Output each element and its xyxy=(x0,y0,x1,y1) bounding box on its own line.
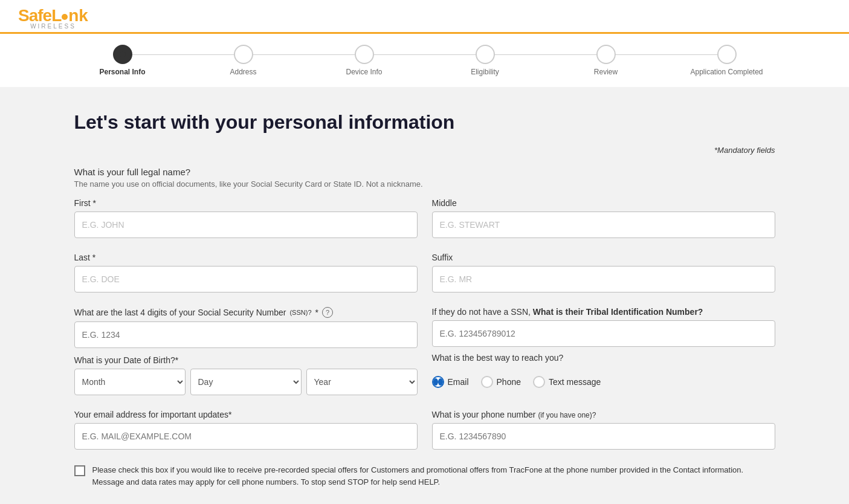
last-name-label: Last * xyxy=(74,253,418,262)
logo-text: SafeLnk WIRELESS xyxy=(18,6,88,30)
phone-group: What is your phone number (if you have o… xyxy=(432,410,775,450)
middle-name-label: Middle xyxy=(432,198,775,208)
suffix-input[interactable] xyxy=(432,266,775,292)
tribal-label: If they do not have a SSN, What is their… xyxy=(432,307,775,317)
name-question: What is your full legal name? xyxy=(74,167,775,177)
last-suffix-row: Last * Suffix xyxy=(74,253,775,292)
step-label-eligibility: Eligibility xyxy=(471,68,499,76)
progress-bar: Personal Info Address Device Info Eligib… xyxy=(0,34,849,87)
step-circle-personal xyxy=(113,45,132,64)
email-group: Your email address for important updates… xyxy=(74,410,418,450)
radio-email-label: Email xyxy=(448,377,469,387)
step-label-device: Device Info xyxy=(346,68,382,76)
phone-input[interactable] xyxy=(432,423,775,450)
dob-group: What is your Date of Birth?* Month Janua… xyxy=(74,355,418,395)
page-title: Let's start with your personal informati… xyxy=(74,111,775,134)
step-label-address: Address xyxy=(230,68,256,76)
radio-text-label: Text message xyxy=(549,377,601,387)
ssn-help-icon[interactable]: ? xyxy=(322,307,333,318)
email-phone-row: Your email address for important updates… xyxy=(74,410,775,450)
last-name-group: Last * xyxy=(74,253,418,292)
radio-text-circle xyxy=(533,376,545,388)
progress-step-completed[interactable]: Application Completed xyxy=(667,45,787,76)
radio-phone[interactable]: Phone xyxy=(481,376,521,388)
progress-step-personal[interactable]: Personal Info xyxy=(62,45,183,76)
step-label-review: Review xyxy=(594,68,618,76)
radio-phone-circle xyxy=(481,376,493,388)
step-circle-device xyxy=(355,45,374,64)
ssn-input[interactable] xyxy=(74,321,418,348)
last-name-input[interactable] xyxy=(74,266,418,292)
dob-year-select[interactable]: Year 202420232010 200019901980 197019601… xyxy=(306,369,418,395)
header: SafeLnk WIRELESS xyxy=(0,0,849,34)
consent-checkbox[interactable] xyxy=(74,465,85,476)
svg-point-0 xyxy=(120,51,126,57)
email-label: Your email address for important updates… xyxy=(74,410,418,419)
middle-name-input[interactable] xyxy=(432,212,775,238)
tribal-input[interactable] xyxy=(432,320,775,347)
phone-label: What is your phone number (if you have o… xyxy=(432,410,775,419)
suffix-label: Suffix xyxy=(432,253,775,262)
first-name-label: First * xyxy=(74,198,418,208)
logo-link: nk xyxy=(68,6,88,25)
step-label-personal: Personal Info xyxy=(99,68,145,76)
ssn-label: What are the last 4 digits of your Socia… xyxy=(74,307,418,318)
step-label-completed: Application Completed xyxy=(690,68,763,76)
radio-text[interactable]: Text message xyxy=(533,376,601,388)
first-name-group: First * xyxy=(74,198,418,238)
step-circle-review xyxy=(596,45,616,64)
dob-reach-row: What is your Date of Birth?* Month Janua… xyxy=(74,353,775,395)
phone-optional-note: (if you have one)? xyxy=(538,411,596,419)
dob-day-select[interactable]: Day 12345 678910 1112131415 1617181920 2… xyxy=(190,369,302,395)
mandatory-note: *Mandatory fields xyxy=(74,146,775,155)
tribal-group: If they do not have a SSN, What is their… xyxy=(432,307,775,348)
progress-step-device[interactable]: Device Info xyxy=(304,45,425,76)
radio-email[interactable]: Email xyxy=(432,376,469,388)
consent-text: Please check this box if you would like … xyxy=(92,464,775,488)
dob-month-select[interactable]: Month JanuaryFebruaryMarch AprilMayJune … xyxy=(74,369,186,395)
consent-row: Please check this box if you would like … xyxy=(74,464,775,488)
first-middle-row: First * Middle xyxy=(74,198,775,238)
step-circle-completed xyxy=(717,45,737,64)
suffix-group: Suffix xyxy=(432,253,775,292)
radio-options: Email Phone Text message xyxy=(432,369,775,395)
dob-selects: Month JanuaryFebruaryMarch AprilMayJune … xyxy=(74,369,418,395)
dob-label: What is your Date of Birth?* xyxy=(74,355,418,365)
ssn-group: What are the last 4 digits of your Socia… xyxy=(74,307,418,348)
name-sublabel: The name you use on official documents, … xyxy=(74,179,775,189)
progress-step-address[interactable]: Address xyxy=(183,45,304,76)
reach-label: What is the best way to reach you? xyxy=(432,353,775,363)
reach-group: What is the best way to reach you? Email… xyxy=(432,353,775,395)
logo-safe: SafeL xyxy=(18,6,61,25)
radio-email-circle xyxy=(432,376,444,388)
radio-phone-label: Phone xyxy=(497,377,521,387)
middle-name-group: Middle xyxy=(432,198,775,238)
progress-step-review[interactable]: Review xyxy=(546,45,667,76)
first-name-input[interactable] xyxy=(74,212,418,238)
progress-step-eligibility[interactable]: Eligibility xyxy=(425,45,546,76)
ssn-row: What are the last 4 digits of your Socia… xyxy=(74,307,775,348)
main-content: Let's start with your personal informati… xyxy=(38,87,812,504)
step-circle-eligibility xyxy=(476,45,495,64)
logo: SafeLnk WIRELESS xyxy=(18,6,831,30)
email-input[interactable] xyxy=(74,423,418,450)
step-circle-address xyxy=(234,45,253,64)
